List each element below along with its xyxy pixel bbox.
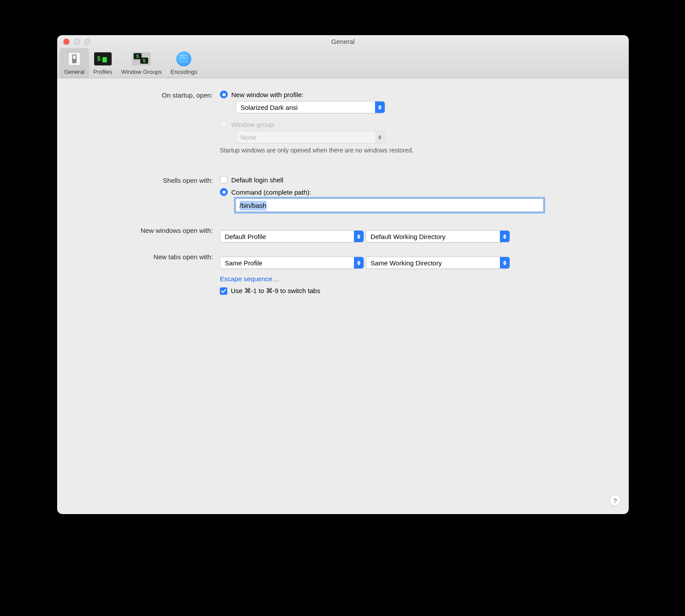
shells-label: Shells open with: [84,176,220,212]
shells-command-value: /bin/bash [240,201,266,210]
new-tabs-label: New tabs open with: [84,252,220,295]
tab-profiles[interactable]: Profiles [89,48,117,78]
new-windows-dir-value: Default Working Directory [371,233,459,240]
new-tabs-dir-select[interactable]: Same Working Directory [366,257,510,269]
shells-command-input[interactable]: /bin/bash [236,199,543,212]
help-button[interactable]: ? [609,495,621,506]
titlebar: General [57,35,629,47]
shells-default-login-radio[interactable] [220,176,228,184]
chevron-up-down-icon [354,231,364,242]
encodings-icon [176,51,191,66]
startup-profile-value: Solarized Dark ansi [240,104,311,111]
shells-command-radio[interactable] [220,188,228,196]
startup-hint: Startup windows are only opened when the… [220,147,602,154]
window-groups-icon [132,52,151,65]
tab-encodings[interactable]: Encodings [166,48,202,78]
new-windows-profile-select[interactable]: Default Profile [220,230,364,243]
tab-window-groups[interactable]: Window Groups [117,48,166,78]
chevron-up-down-icon [500,257,510,268]
chevron-up-down-icon [375,101,385,113]
startup-window-group-select: None [236,131,385,143]
tab-label: Encodings [171,69,197,75]
content-pane: On startup, open: New window with profil… [57,78,629,514]
chevron-up-down-icon [354,257,364,268]
new-windows-label: New windows open with: [84,226,220,243]
shells-default-login-label: Default login shell [231,176,283,184]
new-tabs-dir-value: Same Working Directory [371,259,455,267]
shells-command-label: Command (complete path): [231,188,311,196]
chevron-up-down-icon [375,131,385,143]
tab-general[interactable]: General [60,48,89,78]
new-windows-dir-select[interactable]: Default Working Directory [366,230,510,243]
new-windows-profile-value: Default Profile [225,233,279,240]
switch-tabs-label: Use ⌘-1 to ⌘-9 to switch tabs [231,287,320,295]
new-tabs-profile-value: Same Profile [225,259,276,267]
startup-window-group-radio[interactable] [220,120,228,128]
preferences-window: General General Profiles Window Groups E… [57,35,629,514]
profiles-icon [94,52,112,65]
startup-new-window-label: New window with profile: [231,91,303,98]
startup-label: On startup, open: [84,91,220,162]
zoom-window-button[interactable] [84,39,91,45]
tab-label: Profiles [93,69,112,75]
minimize-window-button[interactable] [74,39,80,45]
general-icon [68,52,80,65]
switch-tabs-checkbox[interactable] [220,287,227,295]
startup-profile-select[interactable]: Solarized Dark ansi [236,101,385,113]
preferences-toolbar: General Profiles Window Groups Encodings [57,47,629,78]
help-button-label: ? [613,497,617,504]
startup-new-window-radio[interactable] [220,91,228,98]
chevron-up-down-icon [500,231,510,242]
tab-label: General [64,69,84,75]
tab-label: Window Groups [121,69,162,75]
new-tabs-profile-select[interactable]: Same Profile [220,257,364,269]
startup-window-group-value: None [240,134,270,141]
close-window-button[interactable] [63,39,69,45]
escape-sequence-link[interactable]: Escape sequence… [220,275,279,283]
startup-window-group-label: Window group: [231,121,275,128]
window-controls [63,39,91,45]
window-title: General [57,38,629,45]
